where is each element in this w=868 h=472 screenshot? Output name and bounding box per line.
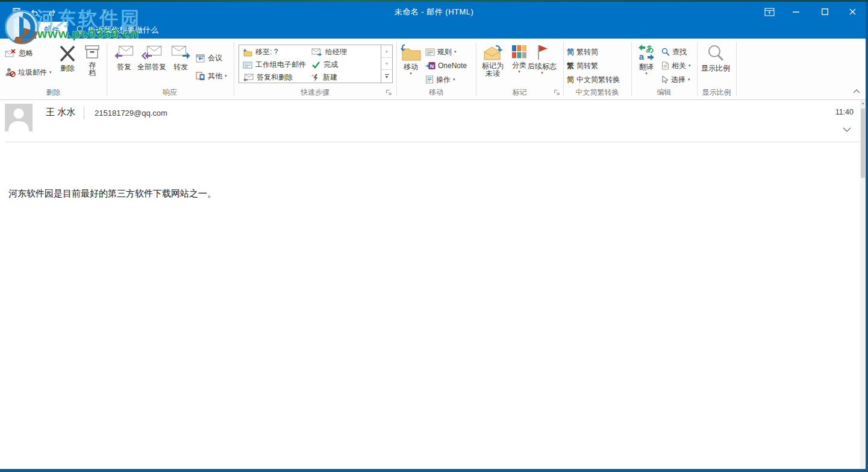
close-icon bbox=[849, 8, 856, 15]
select-label: 选择 bbox=[671, 75, 685, 85]
quickstep-done[interactable]: 完成 bbox=[311, 58, 338, 71]
categorize-label: 分类 bbox=[512, 61, 526, 69]
group-label-chinese-conversion: 中文简繁转换 bbox=[563, 88, 631, 96]
follow-up-button[interactable]: 后续标志 ▾ bbox=[526, 42, 558, 75]
junk-button[interactable]: 垃圾邮件 ▾ bbox=[5, 66, 52, 78]
s2t-label: 简转繁 bbox=[576, 61, 598, 71]
quickstep-to-manager[interactable]: 给经理 bbox=[311, 46, 347, 58]
scroll-up-button[interactable]: ▲ bbox=[381, 45, 392, 58]
tags-dialog-launcher[interactable] bbox=[554, 89, 561, 96]
tab-message[interactable]: 邮件 bbox=[36, 22, 67, 39]
group-label-delete: 删除 bbox=[0, 88, 107, 96]
forward-button[interactable]: 转发 bbox=[169, 42, 192, 71]
move-button[interactable]: 移动 ▾ bbox=[399, 42, 423, 76]
quickstep-label: 完成 bbox=[323, 60, 338, 70]
meeting-label: 会议 bbox=[208, 53, 222, 63]
window-top-border bbox=[0, 0, 868, 2]
maximize-button[interactable] bbox=[811, 2, 838, 22]
message-body[interactable]: 河东软件园是目前最好的第三方软件下载网站之一。 bbox=[0, 143, 861, 469]
follow-up-label: 后续标志 bbox=[528, 62, 557, 71]
window-bottom-border bbox=[0, 469, 868, 472]
zoom-button[interactable]: 显示比例 bbox=[699, 42, 732, 72]
dialog-launcher-icon bbox=[386, 89, 392, 96]
ribbon-display-options-button[interactable] bbox=[756, 2, 783, 22]
minimize-button[interactable] bbox=[782, 2, 810, 22]
related-button[interactable]: 相关 ▾ bbox=[661, 60, 691, 72]
svg-text:あ: あ bbox=[646, 44, 654, 53]
dropdown-caret-icon: ▾ bbox=[688, 77, 690, 82]
sender-name[interactable]: 王 水水 bbox=[46, 107, 75, 118]
dropdown-caret-icon: ▾ bbox=[410, 71, 412, 76]
archive-button[interactable]: 存档 bbox=[81, 42, 104, 77]
select-button[interactable]: 选择 ▾ bbox=[661, 74, 690, 86]
triangle-up-icon: ▲ bbox=[385, 49, 389, 53]
more-respond-label: 其他 bbox=[208, 71, 222, 81]
translate-icon: あa bbox=[637, 44, 656, 61]
lightbulb-icon bbox=[76, 25, 84, 35]
quick-steps-more-button[interactable]: ▼ bbox=[381, 70, 392, 83]
ignore-button[interactable]: 忽略 bbox=[5, 47, 33, 59]
onenote-button[interactable]: N OneNote bbox=[425, 60, 467, 72]
checkmark-icon bbox=[311, 61, 320, 69]
close-button[interactable] bbox=[839, 2, 866, 22]
tell-me-box[interactable]: 告诉我你想要做什么 bbox=[76, 22, 158, 39]
triangle-down-icon: ▼ bbox=[385, 75, 389, 78]
translate-button[interactable]: あa 翻译 ▾ bbox=[635, 42, 658, 76]
quickstep-team-email[interactable]: 工作组电子邮件 bbox=[243, 58, 306, 71]
convert-label: 中文简繁转换 bbox=[576, 75, 620, 85]
reply-button[interactable]: 答复 bbox=[113, 42, 136, 71]
reply-delete-icon bbox=[243, 74, 254, 82]
expand-header-button[interactable] bbox=[843, 127, 852, 133]
reply-all-label: 全部答复 bbox=[137, 63, 166, 71]
related-document-icon bbox=[661, 61, 669, 70]
message-header: 王 水水 215181729@qq.com 11:40 bbox=[0, 100, 861, 142]
dropdown-caret-icon: ▾ bbox=[453, 77, 455, 82]
quickstep-label: 工作组电子邮件 bbox=[255, 60, 306, 70]
to-manager-icon bbox=[311, 48, 322, 57]
onenote-label: OneNote bbox=[438, 61, 467, 70]
team-email-icon bbox=[243, 61, 252, 69]
traditional-to-simplified-button[interactable]: 简 繁转简 bbox=[567, 46, 598, 58]
convert-chinese-button[interactable]: 简 中文简繁转换 bbox=[567, 74, 620, 86]
svg-text:N: N bbox=[430, 63, 434, 69]
chevron-up-icon bbox=[853, 89, 860, 93]
find-button[interactable]: 查找 bbox=[661, 46, 687, 58]
collapse-ribbon-button[interactable] bbox=[853, 89, 863, 96]
chevron-down-icon bbox=[843, 127, 851, 132]
quickstep-move-to[interactable]: 移至: ? bbox=[243, 46, 278, 58]
scrollbar-up-icon[interactable]: ▲ bbox=[860, 100, 866, 106]
more-respond-button[interactable]: 其他 ▾ bbox=[196, 70, 227, 82]
quickstep-create-new[interactable]: 新建 bbox=[311, 71, 337, 84]
scroll-down-button[interactable]: ▼ bbox=[381, 58, 392, 71]
rules-button[interactable]: 规则 ▾ bbox=[425, 46, 457, 58]
sender-avatar[interactable] bbox=[5, 104, 33, 131]
quickstep-reply-delete[interactable]: 答复和删除 bbox=[243, 71, 293, 84]
folder-move-icon bbox=[243, 48, 252, 57]
group-label-respond: 响应 bbox=[107, 88, 234, 96]
rules-icon bbox=[425, 48, 435, 56]
scrollbar-thumb[interactable] bbox=[861, 109, 865, 178]
quick-steps-scrollbar: ▲ ▼ ▼ bbox=[381, 45, 392, 83]
tell-me-label: 告诉我你想要做什么 bbox=[88, 25, 158, 36]
dropdown-caret-icon: ▾ bbox=[454, 49, 457, 54]
sender-email[interactable]: 215181729@qq.com bbox=[95, 109, 167, 118]
cursor-icon bbox=[661, 75, 669, 84]
t2s-label: 繁转简 bbox=[576, 47, 598, 57]
actions-label: 操作 bbox=[436, 75, 451, 85]
mark-unread-button[interactable]: 标记为未读 bbox=[478, 42, 507, 78]
tab-file[interactable]: 文件 bbox=[5, 22, 35, 39]
flag-icon bbox=[535, 44, 549, 60]
junk-label: 垃圾邮件 bbox=[18, 68, 47, 78]
reply-all-button[interactable]: 全部答复 bbox=[135, 42, 169, 71]
actions-button[interactable]: 操作 ▾ bbox=[425, 74, 455, 86]
quickstep-label: 移至: ? bbox=[255, 47, 278, 57]
dialog-launcher-icon bbox=[554, 89, 560, 96]
quickstep-label: 答复和删除 bbox=[257, 72, 293, 83]
simplified-to-traditional-button[interactable]: 繁 简转繁 bbox=[567, 60, 598, 72]
categorize-icon bbox=[512, 45, 526, 59]
onenote-icon: N bbox=[425, 61, 436, 70]
quick-steps-dialog-launcher[interactable] bbox=[386, 89, 393, 96]
meeting-button[interactable]: 会议 bbox=[196, 52, 222, 64]
delete-button[interactable]: 删除 bbox=[55, 42, 80, 72]
related-label: 相关 bbox=[672, 61, 686, 71]
